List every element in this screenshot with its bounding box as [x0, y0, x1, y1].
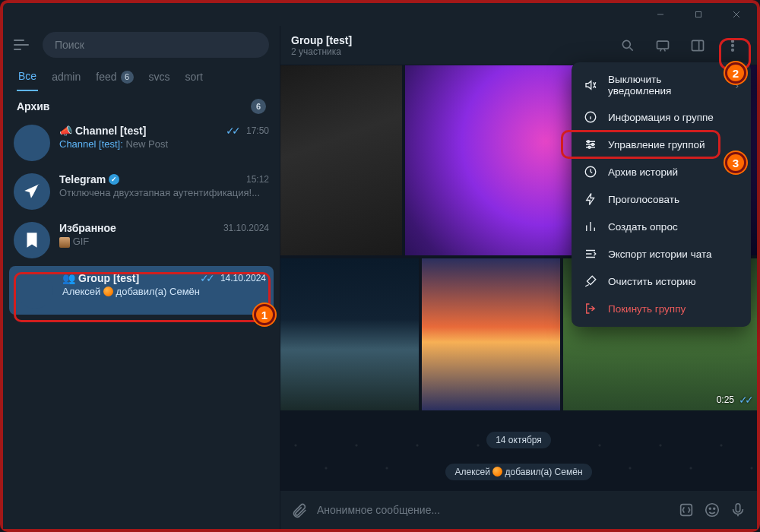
emoji-button[interactable]: [704, 502, 720, 518]
sidebar-toggle-button[interactable]: [684, 32, 711, 59]
orange-emoji-icon: [103, 287, 113, 296]
media-tile[interactable]: [422, 258, 560, 410]
compose-bar: [280, 491, 757, 529]
menu-mute[interactable]: Выключить уведомления›: [572, 67, 751, 103]
search-in-chat-button[interactable]: [614, 32, 641, 59]
svg-point-5: [732, 44, 734, 46]
svg-rect-0: [696, 12, 701, 17]
svg-point-1: [622, 40, 630, 48]
annotation-marker-3: 3: [725, 152, 746, 173]
poll-icon: [584, 220, 597, 233]
folder-tabs: Все admin feed6 svcs sort: [3, 62, 280, 91]
export-icon: [584, 247, 597, 261]
read-checks-icon: ✓✓: [226, 125, 238, 137]
menu-create-poll[interactable]: Создать опрос: [572, 213, 751, 240]
svg-rect-11: [736, 504, 740, 512]
read-checks-icon: ✓✓: [200, 272, 212, 284]
svg-rect-3: [692, 40, 704, 50]
window-minimize-button[interactable]: [643, 4, 678, 25]
info-icon: [584, 110, 597, 124]
voice-button[interactable]: [730, 502, 746, 518]
sidebar: Поиск Все admin feed6 svcs sort Архив 6: [3, 26, 280, 529]
media-tile[interactable]: [280, 65, 402, 255]
search-placeholder: Поиск: [55, 39, 84, 51]
svg-point-10: [714, 508, 715, 509]
video-duration: 0:25: [717, 394, 734, 405]
sliders-icon: [584, 138, 597, 151]
chat-item-saved[interactable]: Избранное 31.10.2024 GIF: [3, 216, 280, 264]
avatar: [14, 125, 50, 161]
svg-point-6: [732, 49, 734, 51]
mute-icon: [584, 78, 597, 92]
avatar: [14, 222, 50, 258]
menu-leave-group[interactable]: Покинуть группу: [572, 295, 751, 322]
chat-title: Group [test]: [291, 34, 352, 46]
svg-point-8: [706, 504, 719, 517]
folder-tab-all[interactable]: Все: [17, 65, 38, 91]
gif-thumb-icon: [59, 237, 70, 248]
menu-export[interactable]: Экспорт истории чата: [572, 240, 751, 268]
archive-header[interactable]: Архив 6: [3, 91, 280, 119]
media-tile[interactable]: [280, 258, 419, 410]
read-checks-icon: ✓✓: [739, 394, 751, 406]
message-input[interactable]: [317, 504, 669, 516]
folder-tab-sort[interactable]: sort: [184, 65, 204, 91]
more-menu-button[interactable]: [719, 32, 746, 59]
avatar: [17, 272, 53, 309]
svg-point-4: [732, 40, 734, 42]
chat-header[interactable]: Group [test] 2 участника: [280, 26, 757, 65]
window-close-button[interactable]: [719, 4, 754, 25]
svg-rect-2: [657, 41, 669, 49]
chat-list: 📣Channel [test] ✓✓ 17:50 Channel [test]:…: [3, 119, 280, 316]
svg-point-9: [709, 508, 711, 509]
menu-info[interactable]: Информация о группе: [572, 103, 751, 131]
main-menu-button[interactable]: [14, 34, 35, 55]
chat-item-channel[interactable]: 📣Channel [test] ✓✓ 17:50 Channel [test]:…: [3, 119, 280, 167]
megaphone-icon: 📣: [59, 125, 72, 137]
window-maximize-button[interactable]: [681, 4, 716, 25]
chat-item-group-selected[interactable]: 👥 Group [test] ✓✓ 14.10.2024 Алексей доб…: [9, 266, 274, 315]
menu-clear-history[interactable]: Очистить историю: [572, 268, 751, 295]
orange-emoji-icon: [492, 467, 502, 477]
menu-boost[interactable]: Проголосовать: [572, 185, 751, 213]
menu-manage-group[interactable]: Управление группой: [572, 131, 751, 158]
folder-tab-admin[interactable]: admin: [50, 65, 82, 91]
avatar: [14, 173, 50, 210]
broom-icon: [584, 274, 597, 288]
date-separator: 14 октября: [486, 432, 551, 448]
commands-button[interactable]: [678, 502, 695, 518]
annotation-marker-1: 1: [254, 304, 275, 325]
comments-button[interactable]: [649, 32, 676, 59]
folder-tab-svcs[interactable]: svcs: [147, 65, 172, 91]
menu-story-archive[interactable]: Архив историй: [572, 158, 751, 185]
window-titlebar: [3, 3, 757, 26]
attach-button[interactable]: [291, 502, 308, 518]
verified-icon: [109, 174, 119, 185]
archive-badge: 6: [251, 99, 266, 114]
chat-area: Group [test] 2 участника: [280, 26, 757, 529]
leave-icon: [584, 302, 597, 315]
chat-subtitle: 2 участника: [291, 46, 352, 57]
folder-tab-feed[interactable]: feed6: [94, 65, 135, 91]
group-icon: 👥: [62, 272, 75, 284]
chat-item-telegram[interactable]: Telegram 15:12 Отключена двухэтапная аут…: [3, 167, 280, 216]
annotation-marker-2: 2: [725, 62, 746, 84]
chat-context-menu: Выключить уведомления› Информация о груп…: [572, 62, 751, 327]
system-message: Алексей добавил(а) Семён: [445, 464, 591, 480]
search-input[interactable]: Поиск: [43, 32, 269, 58]
bolt-icon: [584, 192, 597, 206]
archive-icon: [584, 165, 597, 179]
